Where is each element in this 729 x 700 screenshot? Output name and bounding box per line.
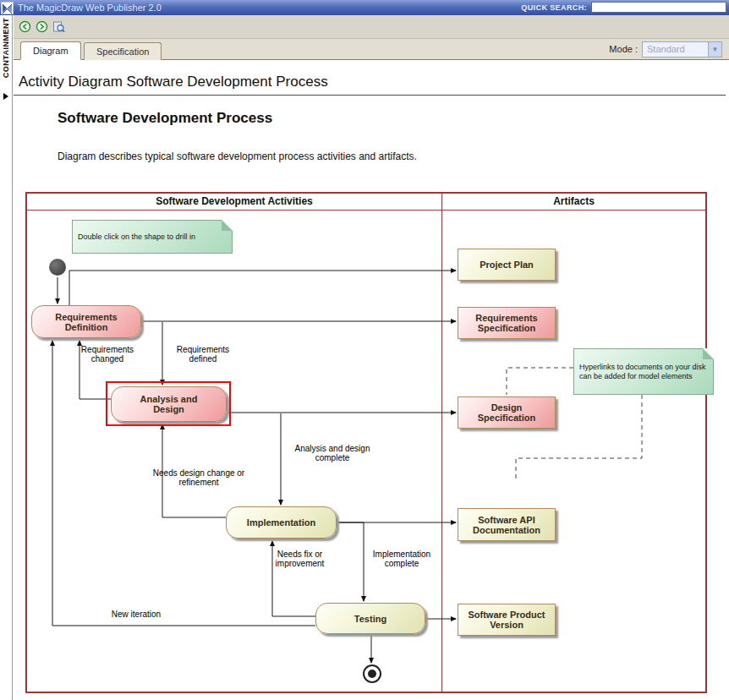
- note-drill-in: Double click on the shape to drill in: [72, 220, 233, 254]
- edge-label-new-iteration: New iteration: [106, 610, 167, 619]
- activity-label: Analysis and Design: [130, 394, 207, 414]
- page-heading: Activity Diagram Software Development Pr…: [19, 74, 328, 90]
- toolbar: [14, 15, 729, 39]
- diagram-description: Diagram describes typical software devel…: [58, 150, 417, 162]
- expand-containment-icon[interactable]: [3, 93, 8, 100]
- activity-label: Requirements Definition: [41, 312, 132, 332]
- artifact-label: Requirements Specification: [467, 313, 546, 333]
- quick-search-label: QUICK SEARCH:: [521, 3, 587, 12]
- activity-label: Testing: [354, 614, 386, 624]
- artifact-requirements-specification[interactable]: Requirements Specification: [458, 307, 556, 339]
- initial-node: [49, 259, 66, 276]
- artifact-project-plan[interactable]: Project Plan: [458, 249, 556, 281]
- final-node: [363, 664, 381, 683]
- note-drill-in-text: Double click on the shape to drill in: [78, 232, 195, 242]
- artifact-label: Project Plan: [480, 260, 534, 270]
- magicdraw-logo-icon: [1, 2, 14, 14]
- preview-search-icon[interactable]: [52, 20, 65, 33]
- app-title: The MagicDraw Web Publisher 2.0: [18, 3, 162, 13]
- mode-label: Mode :: [609, 44, 638, 54]
- edge-label-implementation-complete: Implementation complete: [368, 550, 436, 568]
- tabbar: Diagram Specification Mode : Standard ▼: [14, 39, 729, 60]
- chevron-down-icon: ▼: [708, 42, 721, 57]
- quick-search-input[interactable]: [591, 2, 726, 13]
- note-hyperlinks: Hyperlinks to documents on your disk can…: [573, 348, 714, 395]
- tab-diagram[interactable]: Diagram: [20, 41, 81, 60]
- containment-panel-collapsed: CONTAINMENT: [0, 15, 13, 700]
- artifact-label: Design Specification: [467, 402, 546, 423]
- activity-analysis-and-design[interactable]: Analysis and Design: [111, 386, 227, 422]
- edge-label-requirements-defined: Requirements defined: [167, 345, 238, 364]
- note-hyperlinks-text: Hyperlinks to documents on your disk can…: [579, 363, 708, 381]
- forward-icon[interactable]: [36, 20, 48, 33]
- activity-label: Implementation: [247, 517, 315, 528]
- artifact-software-api-documentation[interactable]: Software API Documentation: [458, 508, 556, 541]
- edge-label-needs-design-change: Needs design change or refinement: [152, 468, 245, 487]
- activity-implementation[interactable]: Implementation: [226, 506, 337, 539]
- artifact-label: Software Product Version: [467, 610, 546, 630]
- tab-specification[interactable]: Specification: [84, 42, 162, 60]
- titlebar: The MagicDraw Web Publisher 2.0 QUICK SE…: [0, 0, 729, 15]
- artifact-design-specification[interactable]: Design Specification: [458, 396, 556, 429]
- heading-rule: [14, 95, 726, 96]
- edge-label-analysis-complete: Analysis and design complete: [293, 444, 371, 462]
- activity-testing[interactable]: Testing: [315, 603, 425, 634]
- activity-diagram: Software Development Activities Artifact…: [25, 192, 707, 693]
- mode-select[interactable]: Standard ▼: [642, 41, 722, 57]
- diagram-title: Software Development Process: [58, 110, 272, 127]
- containment-tab-label: CONTAINMENT: [2, 18, 10, 78]
- back-icon[interactable]: [19, 20, 31, 33]
- artifact-label: Software API Documentation: [467, 515, 546, 535]
- edge-label-needs-fix: Needs fix or improvement: [264, 550, 336, 568]
- artifact-software-product-version[interactable]: Software Product Version: [458, 604, 556, 636]
- activity-requirements-definition[interactable]: Requirements Definition: [31, 305, 141, 338]
- edge-label-requirements-changed: Requirements changed: [74, 345, 141, 364]
